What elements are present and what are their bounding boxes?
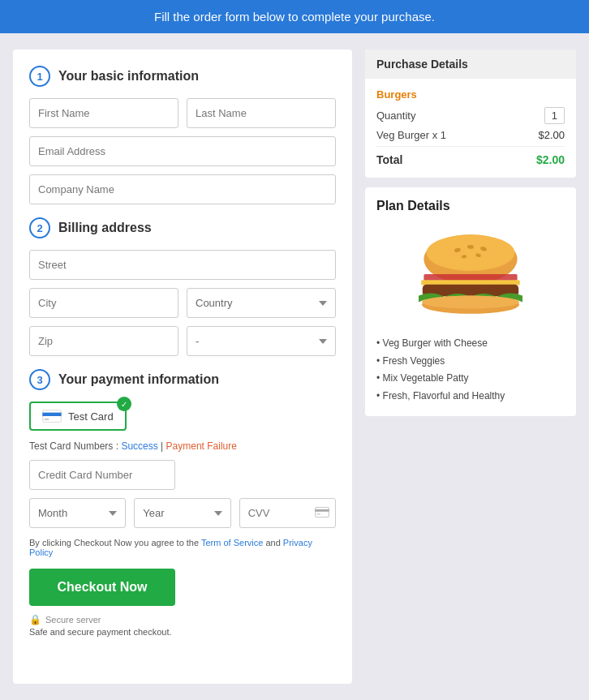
street-group — [29, 250, 336, 280]
test-card-success-link[interactable]: Success — [121, 440, 157, 452]
billing-header: 2 Billing address — [29, 217, 336, 238]
street-row — [29, 250, 336, 280]
quantity-label: Quantity — [376, 110, 415, 122]
street-input[interactable] — [29, 250, 336, 280]
basic-info-header: 1 Your basic information — [29, 66, 336, 87]
test-card-sep: | — [158, 440, 166, 452]
item-price: $2.00 — [538, 129, 565, 141]
test-card-info: Test Card Numbers : Success | Payment Fa… — [29, 440, 336, 452]
quantity-row: Quantity 1 — [376, 107, 565, 124]
terms-mid: and — [263, 538, 282, 548]
terms-prefix: By clicking Checkout Now you agree to th… — [29, 538, 201, 548]
item-row: Veg Burger x 1 $2.00 — [376, 129, 565, 141]
svg-rect-14 — [421, 280, 520, 285]
section-title-payment: Your payment information — [58, 372, 219, 387]
svg-point-17 — [422, 295, 519, 308]
year-select[interactable]: Year 2024 2025 2026 2027 2028 — [134, 498, 230, 528]
test-card-label: Test Card Numbers : — [29, 440, 121, 452]
svg-rect-1 — [42, 413, 61, 416]
quantity-value: 1 — [544, 107, 565, 124]
cc-number-group — [29, 460, 336, 490]
main-content: 1 Your basic information — [0, 33, 589, 700]
section-title-basic: Your basic information — [58, 69, 199, 84]
section-number-3: 3 — [29, 369, 50, 390]
svg-rect-5 — [316, 513, 320, 513]
feature-3: Mix Vegetable Patty — [376, 370, 565, 388]
terms-link[interactable]: Term of Service — [201, 538, 263, 548]
year-group: Year 2024 2025 2026 2027 2028 — [134, 498, 230, 528]
card-check-icon: ✓ — [117, 397, 131, 411]
right-panel: Purchase Details Burgers Quantity 1 Veg … — [365, 49, 576, 684]
dash-group: - — [187, 326, 336, 356]
month-group: Month January February March April May J… — [29, 498, 126, 528]
country-group: Country United States United Kingdom Can… — [187, 288, 336, 318]
feature-4: Fresh, Flavorful and Healthy — [376, 388, 565, 406]
name-row — [29, 98, 336, 128]
burger-svg — [402, 225, 540, 323]
svg-rect-2 — [45, 419, 49, 420]
lock-icon: 🔒 — [29, 614, 41, 625]
checkout-button[interactable]: Checkout Now — [29, 569, 175, 606]
last-name-input[interactable] — [187, 98, 336, 128]
purchase-details-title: Purchase Details — [365, 49, 576, 79]
total-label: Total — [376, 153, 402, 166]
left-panel: 1 Your basic information — [13, 49, 352, 684]
zip-row: - — [29, 326, 336, 356]
zip-input[interactable] — [29, 326, 178, 356]
feature-1: Veg Burger with Cheese — [376, 335, 565, 353]
terms-text: By clicking Checkout Now you agree to th… — [29, 538, 336, 557]
cc-number-row — [29, 460, 336, 490]
plan-features: Veg Burger with Cheese Fresh Veggies Mix… — [376, 335, 565, 405]
email-input[interactable] — [29, 136, 336, 166]
total-price: $2.00 — [536, 153, 565, 166]
last-name-group — [187, 98, 336, 128]
first-name-input[interactable] — [29, 98, 178, 128]
total-row: Total $2.00 — [376, 146, 565, 166]
svg-rect-4 — [315, 509, 329, 511]
secure-label: Secure server — [45, 615, 101, 625]
payment-header: 3 Your payment information — [29, 369, 336, 390]
city-input[interactable] — [29, 288, 178, 318]
first-name-group — [29, 98, 178, 128]
credit-card-input[interactable] — [29, 460, 175, 490]
section-number-2: 2 — [29, 217, 50, 238]
company-input[interactable] — [29, 174, 336, 204]
card-option[interactable]: Test Card ✓ — [29, 402, 127, 431]
month-year-cvv-row: Month January February March April May J… — [29, 498, 336, 528]
dash-select[interactable]: - — [187, 326, 336, 356]
plan-details-box: Plan Details — [365, 187, 576, 416]
cvv-card-icon — [315, 507, 329, 520]
burger-image — [376, 221, 565, 327]
company-group — [29, 174, 336, 204]
month-select[interactable]: Month January February March April May J… — [29, 498, 126, 528]
purchase-category: Burgers — [376, 88, 565, 101]
company-row — [29, 174, 336, 204]
feature-2: Fresh Veggies — [376, 353, 565, 371]
svg-rect-13 — [423, 274, 517, 281]
banner-text: Fill the order form below to complete yo… — [154, 10, 435, 24]
email-group — [29, 136, 336, 166]
city-country-row: Country United States United Kingdom Can… — [29, 288, 336, 318]
svg-rect-3 — [316, 507, 329, 517]
top-banner: Fill the order form below to complete yo… — [0, 0, 589, 33]
card-label: Test Card — [68, 410, 114, 423]
city-group — [29, 288, 178, 318]
cvv-group — [239, 498, 336, 528]
test-card-failure-link[interactable]: Payment Failure — [166, 440, 237, 452]
email-row — [29, 136, 336, 166]
item-label: Veg Burger x 1 — [376, 129, 446, 141]
purchase-details-box: Purchase Details Burgers Quantity 1 Veg … — [365, 49, 576, 178]
plan-details-title: Plan Details — [376, 199, 565, 213]
secure-server-row: 🔒 Secure server — [29, 614, 336, 625]
section-number-1: 1 — [29, 66, 50, 87]
svg-point-7 — [427, 234, 515, 271]
zip-group — [29, 326, 178, 356]
section-title-billing: Billing address — [58, 221, 152, 235]
safe-label: Safe and secure payment checkout. — [29, 627, 336, 637]
country-select[interactable]: Country United States United Kingdom Can… — [187, 288, 336, 318]
credit-card-icon — [42, 410, 62, 423]
